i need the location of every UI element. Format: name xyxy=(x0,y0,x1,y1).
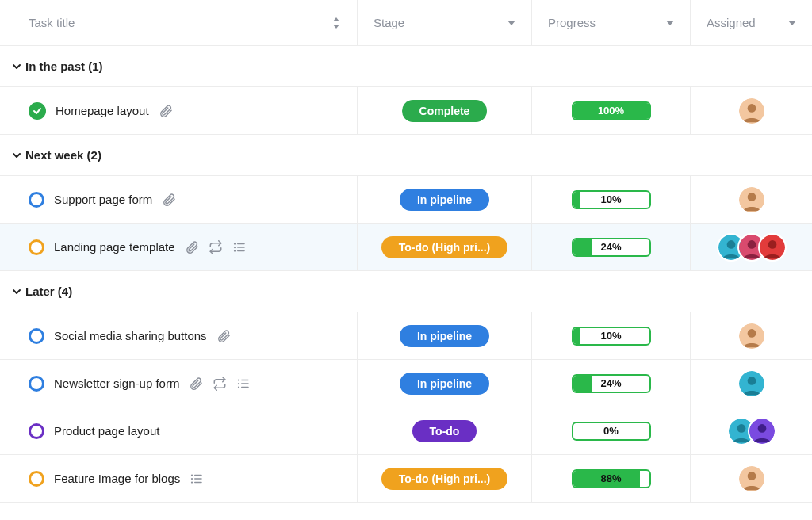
task-row[interactable]: Homepage layoutComplete100% xyxy=(0,87,812,135)
chevron-down-icon xyxy=(8,286,25,297)
progress-label: 24% xyxy=(573,376,649,392)
svg-point-13 xyxy=(747,240,756,249)
group-label: Later (4) xyxy=(25,285,72,298)
status-complete-icon[interactable] xyxy=(29,102,46,120)
progress-label: 24% xyxy=(573,239,649,255)
svg-point-8 xyxy=(234,246,236,247)
stage-pill[interactable]: To-do (High pri...) xyxy=(381,468,508,490)
status-ring-icon[interactable] xyxy=(29,239,44,255)
status-ring-icon[interactable] xyxy=(29,471,44,487)
svg-point-11 xyxy=(726,240,735,249)
avatar-stack[interactable] xyxy=(717,233,787,262)
column-header-title-label: Task title xyxy=(29,16,75,29)
avatar[interactable] xyxy=(737,465,766,493)
svg-point-9 xyxy=(234,250,236,251)
group-label: In the past (1) xyxy=(25,59,103,73)
svg-point-7 xyxy=(234,243,236,244)
group-header[interactable]: In the past (1) xyxy=(0,46,812,87)
task-row[interactable]: Landing page templateTo-do (High pri...)… xyxy=(0,224,812,271)
task-row[interactable]: Social media sharing buttonsIn pipeline1… xyxy=(0,312,812,360)
sort-icon[interactable] xyxy=(331,17,341,29)
stage-pill[interactable]: In pipeline xyxy=(400,373,489,395)
avatar-stack[interactable] xyxy=(727,417,776,445)
svg-point-25 xyxy=(747,377,756,385)
list-icon[interactable] xyxy=(236,377,251,391)
avatar[interactable] xyxy=(758,233,787,262)
stage-pill[interactable]: In pipeline xyxy=(400,325,489,347)
avatar-stack[interactable] xyxy=(737,322,766,350)
progress-label: 10% xyxy=(573,192,649,208)
group-header[interactable]: Next week (2) xyxy=(0,135,812,176)
attachment-icon[interactable] xyxy=(185,240,199,254)
svg-point-35 xyxy=(191,481,193,483)
progress-bar[interactable]: 10% xyxy=(572,190,651,209)
task-title: Product page layout xyxy=(54,424,159,438)
chevron-down-icon xyxy=(8,61,25,72)
column-header-progress-label: Progress xyxy=(548,16,596,29)
caret-down-icon[interactable] xyxy=(666,21,674,25)
attachment-icon[interactable] xyxy=(189,377,203,391)
task-table: Task title Stage Progress Assigned In th… xyxy=(0,0,812,503)
avatar[interactable] xyxy=(737,369,766,398)
svg-point-37 xyxy=(747,472,756,480)
task-title: Landing page template xyxy=(54,240,175,254)
status-ring-icon[interactable] xyxy=(29,423,44,439)
task-row[interactable]: Support page formIn pipeline10% xyxy=(0,176,812,224)
column-header-stage[interactable]: Stage xyxy=(357,0,531,45)
progress-bar[interactable]: 100% xyxy=(572,101,651,120)
task-title: Homepage layout xyxy=(56,104,149,117)
column-header-assigned[interactable]: Assigned xyxy=(690,0,812,45)
svg-point-34 xyxy=(191,477,193,479)
svg-point-33 xyxy=(191,474,193,476)
avatar-stack[interactable] xyxy=(737,465,766,493)
svg-point-29 xyxy=(757,424,766,433)
avatar-stack[interactable] xyxy=(737,369,766,398)
stage-pill[interactable]: To-do xyxy=(412,420,477,442)
avatar[interactable] xyxy=(737,322,766,350)
list-icon[interactable] xyxy=(190,472,204,486)
status-ring-icon[interactable] xyxy=(29,328,44,344)
status-ring-icon[interactable] xyxy=(29,192,44,208)
column-header-progress[interactable]: Progress xyxy=(531,0,690,45)
avatar[interactable] xyxy=(737,97,766,125)
task-row[interactable]: Product page layoutTo-do0% xyxy=(0,407,812,455)
progress-bar[interactable]: 88% xyxy=(572,469,651,488)
recur-icon[interactable] xyxy=(213,377,227,391)
column-header-title[interactable]: Task title xyxy=(0,16,357,29)
group-header[interactable]: Later (4) xyxy=(0,271,812,312)
avatar[interactable] xyxy=(748,417,776,445)
svg-point-21 xyxy=(238,379,239,380)
progress-bar[interactable]: 10% xyxy=(572,327,651,346)
attachment-icon[interactable] xyxy=(159,104,173,118)
progress-bar[interactable]: 24% xyxy=(572,374,651,393)
task-row[interactable]: Feature Image for blogsTo-do (High pri..… xyxy=(0,455,812,503)
attachment-icon[interactable] xyxy=(216,329,231,343)
group-label: Next week (2) xyxy=(25,148,102,162)
list-icon[interactable] xyxy=(232,240,247,254)
recur-icon[interactable] xyxy=(209,240,223,254)
progress-bar[interactable]: 0% xyxy=(572,422,651,441)
status-ring-icon[interactable] xyxy=(29,376,44,392)
chevron-down-icon xyxy=(8,150,25,161)
avatar[interactable] xyxy=(737,185,766,214)
task-row[interactable]: Newsletter sign-up formIn pipeline24% xyxy=(0,360,812,407)
task-title: Social media sharing buttons xyxy=(54,329,207,342)
progress-label: 88% xyxy=(573,471,649,487)
caret-down-icon[interactable] xyxy=(508,21,515,25)
svg-point-1 xyxy=(747,104,756,113)
stage-pill[interactable]: To-do (High pri...) xyxy=(381,236,508,258)
progress-label: 0% xyxy=(573,423,649,439)
attachment-icon[interactable] xyxy=(162,193,176,207)
svg-point-27 xyxy=(737,424,745,433)
progress-bar[interactable]: 24% xyxy=(572,238,651,257)
progress-label: 100% xyxy=(573,103,649,119)
progress-label: 10% xyxy=(573,328,649,344)
column-header-stage-label: Stage xyxy=(373,16,404,29)
svg-point-15 xyxy=(768,240,776,249)
task-title: Newsletter sign-up form xyxy=(54,377,179,390)
stage-pill[interactable]: Complete xyxy=(402,100,488,122)
avatar-stack[interactable] xyxy=(737,185,766,214)
avatar-stack[interactable] xyxy=(737,97,766,125)
stage-pill[interactable]: In pipeline xyxy=(400,189,489,211)
caret-down-icon[interactable] xyxy=(788,21,796,25)
